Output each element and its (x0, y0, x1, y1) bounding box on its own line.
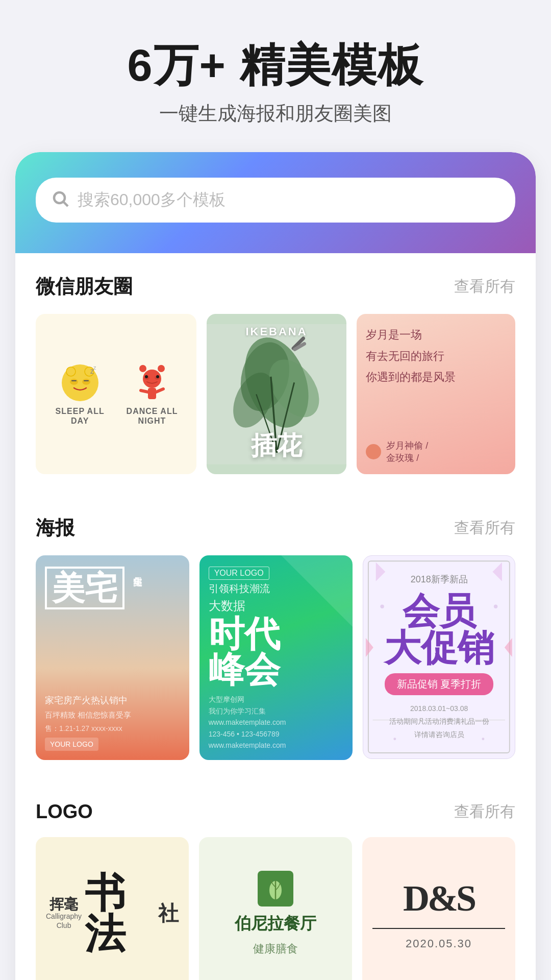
meizhai-logo: YOUR LOGO (50, 740, 93, 748)
member-sub-badge: 新品促销 夏季打折 (385, 673, 494, 695)
svg-marker-33 (493, 562, 503, 581)
leaf-icon (263, 876, 288, 901)
svg-point-17 (158, 365, 165, 372)
template-calligraphy-logo[interactable]: 挥毫 Calligraphy Club 书法 社 (36, 837, 189, 980)
svg-point-0 (54, 192, 65, 203)
poem-line3: 你遇到的都是风景 (366, 366, 506, 388)
logo-section: LOGO 查看所有 挥毫 Calligraphy Club 书法 (15, 780, 536, 980)
calligraphy-small-cn: 社 (158, 903, 179, 924)
bigdata-logo-badge: YOUR LOGO (209, 567, 269, 580)
sleeping-character-icon: z z (60, 362, 101, 403)
svg-marker-36 (505, 638, 512, 657)
template-ikebana[interactable]: IKEBANA 插花 (207, 314, 347, 475)
template-bernila-logo[interactable]: 伯尼拉餐厅 健康膳食 (199, 837, 352, 980)
calligraphy-text-block: 挥毫 Calligraphy Club (46, 897, 82, 930)
search-bar[interactable]: 搜索60,000多个模板 (36, 178, 515, 223)
member-main-text: 会员大促销 (384, 593, 494, 666)
logo-section-title: LOGO (36, 801, 93, 823)
poem-author-avatar (366, 444, 381, 459)
logo-see-all[interactable]: 查看所有 (454, 801, 515, 822)
svg-point-38 (494, 605, 497, 608)
wechat-see-all[interactable]: 查看所有 (454, 276, 515, 297)
ikebana-label-cn: 插花 (251, 429, 302, 463)
poster-section-title: 海报 (36, 515, 74, 541)
search-icon (51, 189, 69, 210)
poster-section: 海报 查看所有 美宅 尽美住宅宝向 家宅房产火热认销中 百坪精致 相信您惊喜受享 (15, 495, 536, 765)
template-meizhai[interactable]: 美宅 尽美住宅宝向 家宅房产火热认销中 百坪精致 相信您惊喜受享 售：1.21-… (36, 555, 189, 760)
wechat-section: 微信朋友圈 查看所有 (15, 253, 536, 480)
calligraphy-logo-wrap: 挥毫 Calligraphy Club 书法 社 (46, 873, 179, 954)
sleep-label: SLEEP ALL DAY (46, 406, 114, 426)
svg-line-20 (156, 389, 163, 392)
wechat-section-header: 微信朋友圈 查看所有 (36, 274, 515, 300)
calligraphy-big-cn: 书法 (85, 873, 155, 954)
poster-section-header: 海报 查看所有 (36, 515, 515, 541)
svg-point-16 (139, 365, 146, 372)
page-header: 6万+ 精美模板 一键生成海报和朋友圈美图 (0, 0, 551, 152)
triangle-decoration (281, 555, 353, 627)
svg-line-1 (64, 202, 68, 206)
poem-author-name2: 金玫瑰 / (386, 452, 428, 464)
svg-rect-18 (148, 388, 156, 399)
poster-template-grid: 美宅 尽美住宅宝向 家宅房产火热认销中 百坪精致 相信您惊喜受享 售：1.21-… (36, 555, 515, 760)
poem-line2: 有去无回的旅行 (366, 346, 506, 367)
ds-symbol: D&S (403, 877, 474, 920)
search-header: 搜索60,000多个模板 (15, 152, 536, 253)
bigdata-details: 大型摩创网我们为你学习汇集www.maketemplate.com123-456… (209, 694, 344, 751)
svg-marker-32 (376, 562, 386, 581)
logo-template-grid: 挥毫 Calligraphy Club 书法 社 (36, 837, 515, 980)
svg-point-14 (145, 375, 148, 378)
svg-point-4 (82, 379, 90, 385)
bernila-name: 伯尼拉餐厅 (235, 913, 316, 935)
svg-line-19 (141, 390, 148, 392)
svg-point-7 (66, 367, 76, 376)
calligraphy-brush-char: 挥毫 (49, 897, 78, 912)
ds-date: 2020.05.30 (406, 937, 472, 950)
poem-line1: 岁月是一场 (366, 324, 506, 346)
app-card: 搜索60,000多个模板 微信朋友圈 查看所有 (15, 152, 536, 980)
template-sleep-dance[interactable]: z z SLEEP ALL DAY (36, 314, 196, 475)
bernila-logo-icon (258, 871, 293, 906)
page-wrapper: 6万+ 精美模板 一键生成海报和朋友圈美图 搜索60,000多个模板 微信朋友圈… (0, 0, 551, 980)
poem-author-name1: 岁月神偷 / (386, 439, 428, 452)
member-details: 2018.03.01~03.08活动期间凡活动消费满礼品一份详情请咨询店员 (389, 702, 489, 741)
dance-label: DANCE ALL NIGHT (118, 406, 186, 426)
poster-see-all[interactable]: 查看所有 (454, 518, 515, 538)
bernila-sub: 健康膳食 (253, 941, 298, 957)
svg-text:z: z (93, 364, 96, 371)
search-input-placeholder: 搜索60,000多个模板 (78, 189, 226, 211)
svg-point-15 (156, 375, 159, 378)
member-year-badge: 2018新季新品 (411, 573, 468, 585)
wechat-template-grid: z z SLEEP ALL DAY (36, 314, 515, 475)
page-title: 6万+ 精美模板 (31, 41, 520, 90)
dancing-character-icon (132, 362, 172, 403)
meizhai-bottom: 家宅房产火热认销中 百坪精致 相信您惊喜受享 售：1.21-1.27 xxxx-… (45, 694, 180, 751)
template-moments-poem[interactable]: 岁月是一场 有去无回的旅行 你遇到的都是风景 岁月神偷 / 金玫瑰 / (357, 314, 515, 475)
wechat-section-title: 微信朋友圈 (36, 274, 133, 300)
poem-lines: 岁月是一场 有去无回的旅行 你遇到的都是风景 (366, 324, 506, 388)
ikebana-label-en: IKEBANA (245, 325, 307, 338)
ds-divider (372, 928, 505, 929)
calligraphy-en: Calligraphy Club (46, 912, 82, 930)
poem-author: 岁月神偷 / 金玫瑰 / (366, 439, 506, 464)
template-bigdata[interactable]: YOUR LOGO 引领科技潮流 大数据 时代峰会 大型摩创网我们为你学习汇集w… (199, 555, 353, 760)
svg-point-3 (70, 379, 78, 385)
logo-section-header: LOGO 查看所有 (36, 801, 515, 823)
meizhai-main-text: 美宅 (45, 567, 124, 609)
template-member[interactable]: 2018新季新品 会员大促销 新品促销 夏季打折 2018.03.01~03.0… (363, 555, 515, 758)
page-subtitle: 一键生成海报和朋友圈美图 (31, 101, 520, 127)
template-ds-logo[interactable]: D&S 2020.05.30 (362, 837, 515, 980)
svg-marker-35 (366, 638, 373, 657)
